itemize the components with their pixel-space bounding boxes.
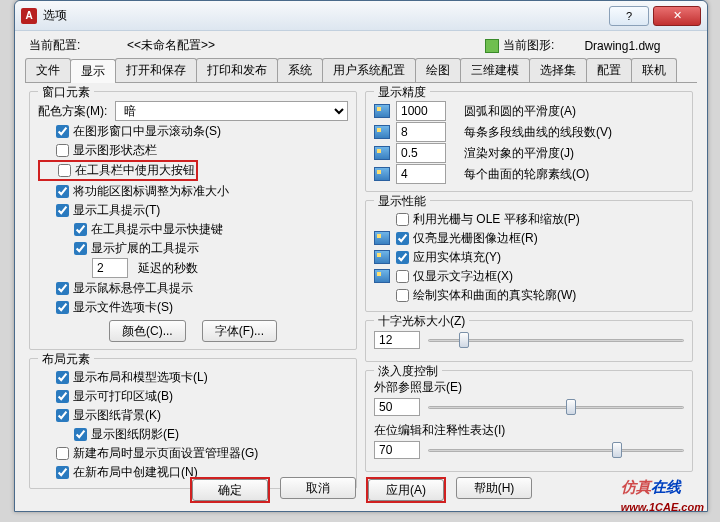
tab-strip: 文件 显示 打开和保存 打印和发布 系统 用户系统配置 绘图 三维建模 选择集 … [25, 58, 697, 83]
help-button-titlebar[interactable]: ? [609, 6, 649, 26]
surf-contour-input[interactable] [396, 164, 446, 184]
app-icon: A [21, 8, 37, 24]
row-tooltip-shortcut: 在工具提示中显示快捷键 [38, 220, 348, 238]
chk-mouse-tooltip[interactable] [56, 282, 69, 295]
tab-plot[interactable]: 打印和发布 [196, 58, 278, 82]
ok-button[interactable]: 确定 [192, 479, 268, 501]
tab-online[interactable]: 联机 [631, 58, 677, 82]
chk-file-tabs[interactable] [56, 301, 69, 314]
row-paper-shadow: 显示图纸阴影(E) [38, 425, 348, 443]
drawing-pref-icon [374, 125, 390, 139]
chk-page-setup[interactable] [56, 447, 69, 460]
fonts-button[interactable]: 字体(F)... [202, 320, 277, 342]
chk-model-tabs[interactable] [56, 371, 69, 384]
profile-label: 当前配置: [29, 37, 119, 54]
lbl-print-area: 显示可打印区域(B) [73, 388, 173, 405]
drawing-pref-icon [374, 250, 390, 264]
lbl-paper-shadow: 显示图纸阴影(E) [91, 426, 179, 443]
chk-silhouette[interactable] [396, 289, 409, 302]
row-silhouette: 绘制实体和曲面的真实轮廓(W) [374, 286, 684, 304]
chk-print-area[interactable] [56, 390, 69, 403]
drawing-pref-icon [374, 231, 390, 245]
tab-profiles[interactable]: 配置 [586, 58, 632, 82]
row-print-area: 显示可打印区域(B) [38, 387, 348, 405]
content-area: 窗口元素 配色方案(M): 暗 在图形窗口中显示滚动条(S) 显示图形状态栏 [15, 83, 707, 479]
lbl-xref-fade: 外部参照显示(E) [374, 379, 684, 396]
row-resize-icons: 将功能区图标调整为标准大小 [38, 182, 348, 200]
tab-drafting[interactable]: 绘图 [415, 58, 461, 82]
row-render-smooth: 渲染对象的平滑度(J) [374, 143, 684, 163]
row-surf-contour: 每个曲面的轮廓素线(O) [374, 164, 684, 184]
group-window-elements: 窗口元素 配色方案(M): 暗 在图形窗口中显示滚动条(S) 显示图形状态栏 [29, 91, 357, 350]
color-scheme-select[interactable]: 暗 [115, 101, 348, 121]
tab-system[interactable]: 系统 [277, 58, 323, 82]
right-column: 显示精度 圆弧和圆的平滑度(A) 每条多段线曲线的线段数(V) 渲染对象的平滑度… [361, 91, 697, 479]
row-color-font-buttons: 颜色(C)... 字体(F)... [38, 320, 348, 342]
group-display-resolution: 显示精度 圆弧和圆的平滑度(A) 每条多段线曲线的线段数(V) 渲染对象的平滑度… [365, 91, 693, 192]
drawing-pref-icon [374, 269, 390, 283]
apply-button[interactable]: 应用(A) [368, 479, 444, 501]
row-arc-smooth: 圆弧和圆的平滑度(A) [374, 101, 684, 121]
lbl-paper-bg: 显示图纸背景(K) [73, 407, 161, 424]
edit-fade-value[interactable]: 70 [374, 441, 420, 459]
drawing-pref-icon [374, 104, 390, 118]
row-polyline-segs: 每条多段线曲线的线段数(V) [374, 122, 684, 142]
lbl-tooltip-shortcut: 在工具提示中显示快捷键 [91, 221, 223, 238]
tab-selection[interactable]: 选择集 [529, 58, 587, 82]
lbl-ext-tooltip: 显示扩展的工具提示 [91, 240, 199, 257]
lbl-page-setup: 新建布局时显示页面设置管理器(G) [73, 445, 258, 462]
xref-fade-slider[interactable] [428, 398, 684, 416]
tab-3d[interactable]: 三维建模 [460, 58, 530, 82]
chk-paper-bg[interactable] [56, 409, 69, 422]
lbl-solid-fill: 应用实体填充(Y) [413, 249, 501, 266]
lbl-polyline-segs: 每条多段线曲线的线段数(V) [464, 124, 612, 141]
chk-tooltip-shortcut[interactable] [74, 223, 87, 236]
lbl-edit-fade: 在位编辑和注释性表达(I) [374, 422, 684, 439]
row-mouse-tooltip: 显示鼠标悬停工具提示 [38, 279, 348, 297]
cancel-button[interactable]: 取消 [280, 477, 356, 499]
arc-smooth-input[interactable] [396, 101, 446, 121]
lbl-tooltips: 显示工具提示(T) [73, 202, 160, 219]
edit-fade-slider[interactable] [428, 441, 684, 459]
xref-slider-row: 50 [374, 398, 684, 416]
chk-text-frame[interactable] [396, 270, 409, 283]
row-solid-fill: 应用实体填充(Y) [374, 248, 684, 266]
tab-file[interactable]: 文件 [25, 58, 71, 82]
crosshair-value[interactable]: 12 [374, 331, 420, 349]
chk-solid-fill[interactable] [396, 251, 409, 264]
tab-user-pref[interactable]: 用户系统配置 [322, 58, 416, 82]
lbl-scrollbars: 在图形窗口中显示滚动条(S) [73, 123, 221, 140]
crosshair-slider[interactable] [428, 331, 684, 349]
row-delay: 延迟的秒数 [38, 258, 348, 278]
chk-tooltips[interactable] [56, 204, 69, 217]
chk-scrollbars[interactable] [56, 125, 69, 138]
lbl-raster-frame: 仅亮显光栅图像边框(R) [413, 230, 538, 247]
chk-ext-tooltip[interactable] [74, 242, 87, 255]
legend-window-elements: 窗口元素 [38, 84, 94, 101]
close-button[interactable]: ✕ [653, 6, 701, 26]
chk-status-bar[interactable] [56, 144, 69, 157]
chk-large-buttons[interactable] [58, 164, 71, 177]
lbl-status-bar: 显示图形状态栏 [73, 142, 157, 159]
row-text-frame: 仅显示文字边框(X) [374, 267, 684, 285]
tab-open-save[interactable]: 打开和保存 [115, 58, 197, 82]
render-smooth-input[interactable] [396, 143, 446, 163]
tab-display[interactable]: 显示 [70, 59, 116, 83]
row-model-tabs: 显示布局和模型选项卡(L) [38, 368, 348, 386]
help-button[interactable]: 帮助(H) [456, 477, 532, 499]
chk-resize-icons[interactable] [56, 185, 69, 198]
polyline-segs-input[interactable] [396, 122, 446, 142]
row-paper-bg: 显示图纸背景(K) [38, 406, 348, 424]
lbl-surf-contour: 每个曲面的轮廓素线(O) [464, 166, 589, 183]
delay-input[interactable] [92, 258, 128, 278]
row-status-bar: 显示图形状态栏 [38, 141, 348, 159]
chk-paper-shadow[interactable] [74, 428, 87, 441]
chk-ole-pan[interactable] [396, 213, 409, 226]
colors-button[interactable]: 颜色(C)... [109, 320, 186, 342]
row-page-setup: 新建布局时显示页面设置管理器(G) [38, 444, 348, 462]
xref-fade-value[interactable]: 50 [374, 398, 420, 416]
lbl-file-tabs: 显示文件选项卡(S) [73, 299, 173, 316]
color-scheme-row: 配色方案(M): 暗 [38, 101, 348, 121]
lbl-large-buttons: 在工具栏中使用大按钮 [75, 162, 195, 179]
chk-raster-frame[interactable] [396, 232, 409, 245]
